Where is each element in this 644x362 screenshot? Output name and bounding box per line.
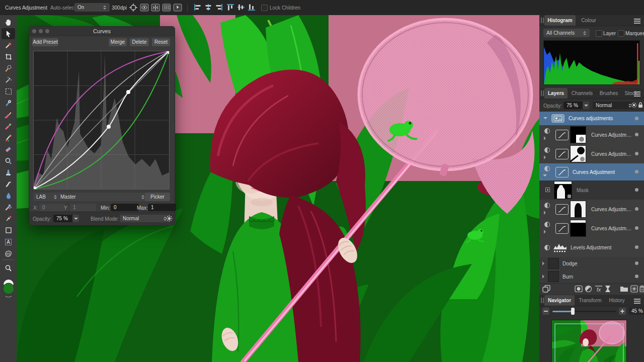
layers-lock-icon[interactable] xyxy=(638,102,643,108)
tool-flood-select[interactable] xyxy=(0,74,17,85)
layer-row-selected[interactable]: Curves Adjustment xyxy=(539,163,644,181)
tool-colour-replacement-brush[interactable] xyxy=(0,132,17,143)
x-field[interactable]: 0 xyxy=(39,204,65,211)
layers-opacity-dropdown-button[interactable] xyxy=(583,102,589,109)
layers-blend-dropdown[interactable]: Normal xyxy=(593,102,635,109)
window-zoom-icon[interactable] xyxy=(45,29,49,33)
layer-mask-thumbnail[interactable] xyxy=(571,220,586,236)
align-right-icon[interactable] xyxy=(215,4,223,11)
layer-row[interactable]: Curves Adjustm… xyxy=(539,219,644,238)
tool-colour-picker[interactable] xyxy=(0,40,17,51)
align-bottom-icon[interactable] xyxy=(248,4,256,11)
pixel-grid-icon[interactable] xyxy=(162,4,171,12)
adjustment-layer-icon[interactable] xyxy=(585,285,592,293)
zoom-value-field[interactable]: 45 % xyxy=(628,307,644,315)
channel-dropdown[interactable]: Master xyxy=(57,193,148,201)
layer-thumbnail[interactable] xyxy=(548,272,558,282)
layer-row-group[interactable]: Curves adjustments xyxy=(539,112,644,126)
new-group-icon[interactable] xyxy=(620,285,628,293)
merge-button[interactable]: Merge xyxy=(109,38,127,46)
layer-thumbnail[interactable] xyxy=(548,258,558,268)
layer-checkbox[interactable] xyxy=(596,30,602,37)
snapping-icon[interactable] xyxy=(129,4,138,12)
tab-layers[interactable]: Layers xyxy=(544,88,568,99)
panel-menu-icon[interactable] xyxy=(634,18,640,25)
tool-move[interactable] xyxy=(2,28,15,39)
tool-rectangle[interactable] xyxy=(0,225,17,236)
curves-graph[interactable] xyxy=(33,51,170,190)
colour-wells[interactable] xyxy=(2,278,16,298)
tab-brushes[interactable]: Brushes xyxy=(597,88,621,99)
tool-erase-brush[interactable] xyxy=(0,144,17,155)
layer-row[interactable]: Curves Adjustm… xyxy=(539,125,644,145)
layer-visibility-dot[interactable] xyxy=(635,170,638,173)
layer-visibility-dot[interactable] xyxy=(635,133,638,136)
tab-transform[interactable]: Transform xyxy=(576,295,605,306)
opacity-dropdown-button[interactable] xyxy=(72,215,79,222)
panel-handle-icon[interactable] xyxy=(541,298,544,303)
panel-handle-icon[interactable] xyxy=(541,18,544,23)
layer-row-levels[interactable]: Levels Adjustment xyxy=(539,238,644,257)
layer-visibility-dot[interactable] xyxy=(635,275,638,278)
show-selection-icon[interactable] xyxy=(140,4,149,12)
colour-format-dropdown[interactable]: LAB xyxy=(33,193,60,201)
layer-effects-icon[interactable]: fx xyxy=(595,285,603,293)
tool-clone-stamp[interactable] xyxy=(0,167,17,178)
chevron-right-icon[interactable] xyxy=(544,211,548,215)
delete-button[interactable]: Delete xyxy=(130,38,149,46)
align-left-icon[interactable] xyxy=(194,4,202,11)
layer-mask-thumbnail[interactable] xyxy=(571,201,586,217)
tool-crop[interactable] xyxy=(0,51,17,62)
tool-paint-mixer-brush[interactable] xyxy=(0,98,17,109)
tool-dodge-brush[interactable] xyxy=(0,155,17,166)
lock-children-checkbox[interactable] xyxy=(261,5,268,11)
layer-row[interactable]: Curves Adjustm… xyxy=(539,144,644,164)
tool-mesh-warp[interactable] xyxy=(0,248,17,259)
marquee-checkbox[interactable] xyxy=(618,30,624,37)
layer-mask-thumbnail[interactable] xyxy=(571,127,586,143)
layer-visibility-dot[interactable] xyxy=(635,207,638,211)
navigator-preview[interactable] xyxy=(552,320,626,362)
mask-layer-icon[interactable] xyxy=(575,285,583,293)
layer-mask-thumbnail[interactable] xyxy=(571,146,586,162)
reset-button[interactable]: Reset xyxy=(152,38,170,46)
add-preset-button[interactable]: Add Preset xyxy=(32,38,58,46)
layer-visibility-dot[interactable] xyxy=(635,152,638,155)
zoom-in-button[interactable] xyxy=(619,308,626,315)
tool-paint-brush[interactable] xyxy=(0,109,17,120)
tab-colour[interactable]: Colour xyxy=(578,15,600,26)
align-top-icon[interactable] xyxy=(226,4,234,11)
panel-handle-icon[interactable] xyxy=(541,90,544,96)
transform-origin-icon[interactable] xyxy=(151,4,160,12)
chevron-right-icon[interactable] xyxy=(544,230,548,234)
tab-channels[interactable]: Channels xyxy=(569,88,596,99)
tool-text[interactable]: A xyxy=(0,236,17,247)
zoom-slider[interactable] xyxy=(552,311,616,312)
edit-all-layers-icon[interactable] xyxy=(173,4,182,12)
tool-hand[interactable] xyxy=(0,17,17,28)
dialog-titlebar[interactable]: Curves xyxy=(29,27,175,36)
chevron-down-icon[interactable] xyxy=(543,117,547,121)
tool-pixel-brush[interactable] xyxy=(0,121,17,132)
zoom-slider-handle[interactable] xyxy=(571,308,575,315)
layer-row[interactable]: Curves Adjustm… xyxy=(539,200,644,219)
max-field[interactable]: 1 xyxy=(148,204,176,211)
window-minimize-icon[interactable] xyxy=(39,29,43,33)
channel-select-dropdown[interactable]: All Channels xyxy=(543,29,590,37)
tool-selection-brush[interactable] xyxy=(0,63,17,74)
tool-pen[interactable] xyxy=(0,213,17,224)
layer-visibility-dot[interactable] xyxy=(635,261,638,265)
layer-visibility-dot[interactable] xyxy=(635,188,638,192)
layer-row-dodge[interactable]: Dodge xyxy=(539,257,644,270)
align-middle-vertical-icon[interactable] xyxy=(237,4,245,11)
y-field[interactable]: 1 xyxy=(70,204,96,211)
tab-history[interactable]: History xyxy=(606,295,628,306)
layer-row-mask-child[interactable]: Mask xyxy=(539,180,644,200)
tool-healing-brush[interactable] xyxy=(0,202,17,213)
chevron-right-icon[interactable] xyxy=(544,136,548,140)
layer-visibility-dot[interactable] xyxy=(635,226,638,230)
picker-button[interactable]: Picker xyxy=(145,193,170,201)
delete-layer-icon[interactable] xyxy=(639,285,644,293)
mask-link-icon[interactable] xyxy=(545,188,550,192)
window-close-icon[interactable] xyxy=(32,29,36,33)
